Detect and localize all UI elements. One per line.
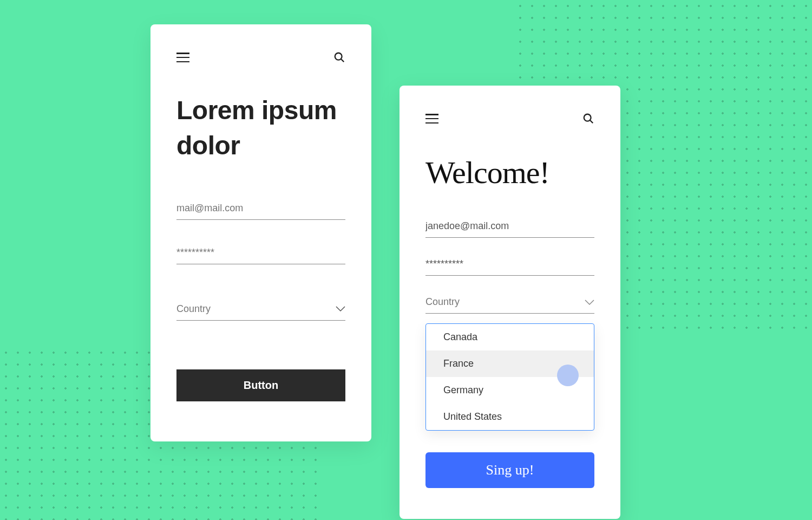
submit-button[interactable]: Button	[176, 369, 345, 401]
search-icon[interactable]	[582, 113, 594, 125]
page-heading: Welcome!	[425, 154, 594, 191]
email-field[interactable]	[176, 197, 345, 220]
styled-screen-right: Welcome! Country Canada France Germany U…	[400, 86, 620, 519]
dropdown-item-united-states[interactable]: United States	[426, 404, 594, 430]
svg-line-1	[341, 59, 344, 62]
chevron-down-icon	[585, 299, 594, 306]
country-dropdown[interactable]: Country	[425, 291, 594, 314]
nav-bar	[425, 113, 594, 125]
country-label: Country	[176, 303, 211, 315]
hamburger-menu-icon[interactable]	[176, 53, 189, 62]
page-heading: Lorem ipsum dolor	[176, 93, 345, 164]
password-field[interactable]	[176, 242, 345, 264]
svg-point-2	[584, 114, 591, 121]
password-field[interactable]	[425, 253, 594, 276]
nav-bar	[176, 51, 345, 63]
country-dropdown-menu: Canada France Germany United States	[425, 323, 594, 431]
country-dropdown[interactable]: Country	[176, 298, 345, 321]
svg-line-3	[590, 120, 593, 123]
chevron-down-icon	[336, 306, 345, 312]
wireframe-screen-left: Lorem ipsum dolor Country Button	[150, 24, 371, 441]
hamburger-menu-icon[interactable]	[425, 114, 438, 123]
svg-point-0	[335, 53, 342, 60]
country-label: Country	[425, 296, 460, 308]
dropdown-item-canada[interactable]: Canada	[426, 324, 594, 350]
signup-button[interactable]: Sing up!	[425, 452, 594, 488]
touch-ripple	[557, 365, 579, 386]
search-icon[interactable]	[333, 51, 345, 63]
email-field[interactable]	[425, 215, 594, 238]
